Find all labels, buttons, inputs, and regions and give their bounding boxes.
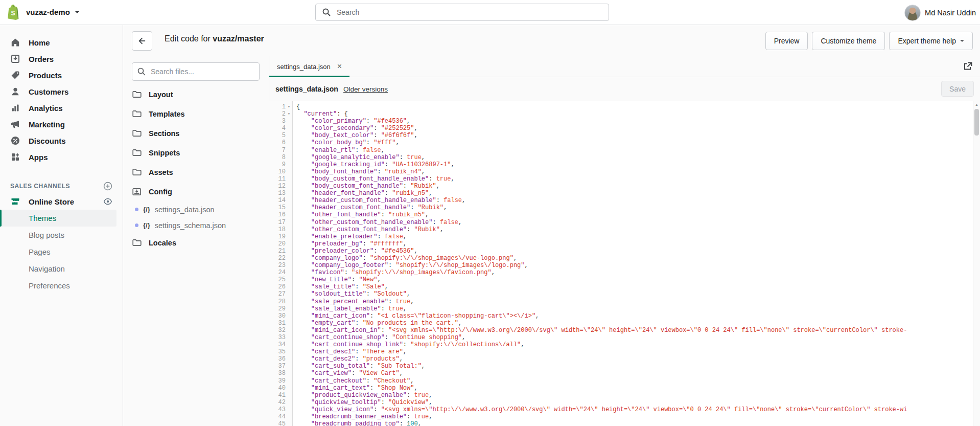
code-line[interactable]: "new_title": "New", — [296, 276, 980, 283]
code-fold-icon[interactable]: ▾ — [286, 103, 292, 110]
sidebar-item-apps[interactable]: Apps — [0, 149, 123, 165]
close-icon[interactable]: × — [337, 62, 342, 71]
code-line[interactable]: "mini_cart_icon": "<i class=\"flaticon-s… — [296, 312, 980, 320]
code-line[interactable]: "current": { — [296, 110, 980, 118]
code-line[interactable]: "preloader_bg": "#ffffff", — [296, 240, 980, 248]
code-line[interactable]: "header_custom_font_handle_enable": fals… — [296, 197, 980, 204]
code-lines[interactable]: { "current": { "color_primary": "#fe4536… — [293, 101, 980, 426]
global-search-input[interactable] — [336, 8, 583, 17]
store-switcher[interactable]: S vuzaz-demo — [7, 4, 79, 20]
view-store-eye-icon[interactable] — [103, 198, 112, 205]
code-line[interactable]: "google_tracking_id": "UA-110326897-1", — [296, 161, 980, 168]
code-line[interactable]: "mini_cart_text": "Shop Now", — [296, 385, 980, 392]
code-line[interactable]: "enable_preloader": false, — [296, 233, 980, 240]
sidebar-item-products[interactable]: Products — [0, 67, 123, 83]
folder-templates[interactable]: Templates — [123, 104, 269, 124]
file-search[interactable] — [132, 62, 260, 81]
code-line[interactable]: "cart_sub_total": "Sub Total:", — [296, 363, 980, 370]
code-line[interactable]: "favicon": "shopify:\/\/shop_images\/fav… — [296, 269, 980, 276]
global-search[interactable] — [315, 4, 609, 21]
line-number: 14 — [269, 197, 292, 204]
folder-config[interactable]: Config — [123, 182, 269, 201]
code-line[interactable]: "other_custom_font_handle": "Rubik", — [296, 226, 980, 233]
code-line[interactable]: "color_primary": "#fe4536", — [296, 118, 980, 125]
back-button[interactable] — [132, 31, 152, 51]
customize-theme-button[interactable]: Customize theme — [812, 32, 885, 50]
file-settings-data[interactable]: {/} settings_data.json — [123, 201, 269, 217]
code-line[interactable]: "other_custom_font_handle_enable": false… — [296, 219, 980, 226]
expert-theme-help-button[interactable]: Expert theme help — [889, 32, 973, 50]
code-line[interactable]: "breadcrumb_banner_enable": true, — [296, 413, 980, 420]
code-line[interactable]: "cart_desc1": "There are", — [296, 348, 980, 355]
file-settings-schema[interactable]: {/} settings_schema.json — [123, 217, 269, 233]
code-line[interactable]: "empty_cart": "No products in the cart."… — [296, 320, 980, 327]
sidebar-item-themes[interactable]: Themes — [0, 210, 116, 227]
folder-layout[interactable]: Layout — [123, 85, 269, 104]
code-line[interactable]: "cart_desc2": "products", — [296, 355, 980, 363]
code-line[interactable]: "enable_rtl": false, — [296, 147, 980, 154]
code-fold-icon — [286, 168, 292, 175]
code-fold-icon — [286, 377, 292, 385]
code-line[interactable]: { — [296, 103, 980, 110]
user-menu[interactable]: Md Nasir Uddin — [904, 5, 976, 21]
sidebar-item-orders[interactable]: Orders — [0, 51, 123, 67]
sidebar-item-blog-posts[interactable]: Blog posts — [0, 227, 116, 243]
code-line[interactable]: "color_body_bg": "#fff", — [296, 139, 980, 146]
code-line[interactable]: "cart_checkout": "Checkout", — [296, 377, 980, 385]
code-line[interactable]: "quickview_tooltip": "Quickview", — [296, 399, 980, 406]
sidebar-item-navigation[interactable]: Navigation — [0, 260, 116, 277]
code-line[interactable]: "body_text_color": "#6f6f6f", — [296, 132, 980, 139]
code-line[interactable]: "header_custom_font_handle": "Rubik", — [296, 204, 980, 211]
code-line[interactable]: "cart_continue_shop": "Continue shopping… — [296, 334, 980, 341]
folder-sections[interactable]: Sections — [123, 124, 269, 143]
code-line[interactable]: "soldout_title": "Soldout", — [296, 290, 980, 298]
code-line[interactable]: "header_font_handle": "rubik_n5", — [296, 190, 980, 197]
folder-assets[interactable]: Assets — [123, 163, 269, 182]
sidebar-item-online-store[interactable]: Online Store — [0, 193, 123, 210]
save-button[interactable]: Save — [941, 81, 974, 97]
code-line[interactable]: "sale_percent_enable": true, — [296, 298, 980, 305]
scroll-up-arrow-icon[interactable]: ▲ — [973, 101, 980, 106]
code-line[interactable]: "cart_continue_shop_link": "shopify:\/\/… — [296, 341, 980, 348]
sidebar-item-discounts[interactable]: Discounts — [0, 132, 123, 149]
preview-button[interactable]: Preview — [765, 32, 808, 50]
code-line[interactable]: "other_font_handle": "rubik_n5", — [296, 211, 980, 218]
expand-editor-icon[interactable] — [963, 61, 973, 72]
line-number: 40 — [269, 385, 292, 392]
code-line[interactable]: "color_secondary": "#252525", — [296, 125, 980, 132]
code-line[interactable]: "sale_title": "Sale", — [296, 283, 980, 290]
sidebar-item-preferences[interactable]: Preferences — [0, 277, 116, 294]
code-line[interactable]: "mini_cart_icon_in": "<svg xmlns=\"http:… — [296, 327, 980, 334]
sidebar-item-home[interactable]: Home — [0, 34, 123, 51]
code-line[interactable]: "preloader_color": "#fe4536", — [296, 248, 980, 255]
file-status-dot — [135, 223, 138, 227]
file-search-input[interactable] — [132, 62, 260, 81]
folder-snippets[interactable]: Snippets — [123, 143, 269, 163]
code-line[interactable]: "google_analytic_enable": true, — [296, 154, 980, 161]
sidebar-item-marketing[interactable]: Marketing — [0, 116, 123, 132]
sidebar-item-analytics[interactable]: Analytics — [0, 100, 123, 116]
code-line[interactable]: "quick_view_icon": "<svg xmlns=\"http:\/… — [296, 406, 980, 413]
add-channel-icon[interactable] — [103, 182, 112, 191]
sidebar-item-customers[interactable]: Customers — [0, 83, 123, 100]
line-number: 6 — [269, 139, 292, 146]
code-fold-icon[interactable]: ▾ — [286, 110, 292, 118]
code-editor[interactable]: 1▾2▾345678910111213141516171819202122232… — [269, 101, 980, 426]
scrollbar-thumb[interactable] — [974, 109, 979, 136]
older-versions-link[interactable]: Older versions — [343, 85, 388, 93]
code-line[interactable]: "breadcrumb_padding_top": 100, — [296, 420, 980, 426]
code-line[interactable]: "body_font_handle": "rubik_n4", — [296, 168, 980, 175]
code-line[interactable]: "body_custom_font_handle": "Rubik", — [296, 183, 980, 190]
sidebar-item-label: Analytics — [29, 104, 63, 113]
folder-locales[interactable]: Locales — [123, 233, 269, 253]
code-line[interactable]: "sale_label_enable": true, — [296, 305, 980, 312]
code-line[interactable]: "product_quickview_enalbe": true, — [296, 392, 980, 399]
code-line[interactable]: "body_custom_font_handle_enable": true, — [296, 175, 980, 183]
code-line[interactable]: "cart_view": "View Cart", — [296, 370, 980, 377]
tab-settings-data-json[interactable]: settings_data.json × — [269, 56, 349, 77]
code-line[interactable]: "company_logo": "shopify:\/\/shop_images… — [296, 255, 980, 262]
file-name: settings_data.json — [155, 206, 215, 214]
editor-scrollbar[interactable]: ▲ — [973, 101, 980, 426]
sidebar-item-pages[interactable]: Pages — [0, 243, 116, 260]
code-line[interactable]: "company_logo_footer": "shopify:\/\/shop… — [296, 262, 980, 269]
